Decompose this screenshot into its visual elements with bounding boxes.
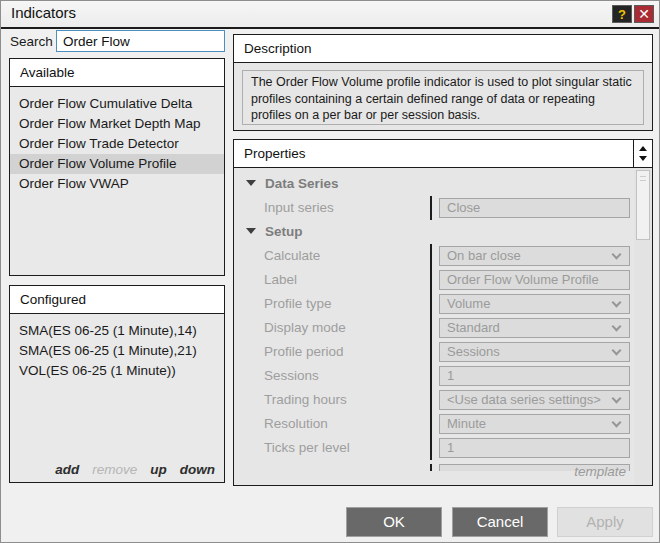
property-label: Trading hours: [264, 388, 347, 412]
field-value: Standard: [447, 320, 500, 335]
property-row-data-series[interactable]: Data Series: [234, 172, 634, 196]
property-row-ticks-per-level: Ticks per level1: [234, 436, 634, 460]
grid-splitter: [430, 364, 432, 388]
field-value: Minute: [447, 416, 486, 431]
resolution-field[interactable]: Minute: [439, 414, 630, 434]
configured-actions: addremoveupdown: [42, 462, 215, 477]
description-panel: Description The Order Flow Volume profil…: [233, 34, 653, 131]
search-label: Search: [10, 34, 53, 49]
sessions-field[interactable]: 1: [439, 366, 630, 386]
scroll-down-icon[interactable]: [639, 156, 647, 161]
property-label: Display mode: [264, 316, 346, 340]
properties-panel: Properties Data SeriesInput seriesCloseS…: [233, 139, 653, 486]
collapse-triangle-icon: [246, 180, 256, 186]
property-row-calculate: CalculateOn bar close: [234, 244, 634, 268]
property-row-profile-type: Profile typeVolume: [234, 292, 634, 316]
calculate-field[interactable]: On bar close: [439, 246, 630, 266]
chevron-down-icon: [612, 418, 622, 428]
collapse-triangle-icon: [246, 228, 256, 234]
available-header: Available: [10, 59, 224, 87]
chevron-down-icon: [612, 250, 622, 260]
help-icon: ?: [618, 7, 626, 22]
cancel-button[interactable]: Cancel: [452, 507, 548, 537]
grid-splitter: [430, 268, 432, 292]
field-value: Sessions: [447, 344, 500, 359]
available-item-order-flow-vwap[interactable]: Order Flow VWAP: [10, 174, 224, 194]
properties-scrollbar[interactable]: [634, 168, 652, 485]
scrollbar-thumb[interactable]: [636, 170, 650, 240]
available-item-order-flow-trade-detector[interactable]: Order Flow Trade Detector: [10, 134, 224, 154]
profile-type-field[interactable]: Volume: [439, 294, 630, 314]
close-icon: ✕: [638, 6, 650, 22]
grid-splitter: [430, 388, 432, 412]
property-grid: Data SeriesInput seriesCloseSetupCalcula…: [234, 172, 634, 460]
description-text: The Order Flow Volume profile indicator …: [242, 70, 644, 125]
properties-body: Data SeriesInput seriesCloseSetupCalcula…: [234, 168, 652, 485]
available-item-order-flow-volume-profile[interactable]: Order Flow Volume Profile: [10, 154, 224, 174]
ticks-per-level-field[interactable]: 1: [439, 438, 630, 458]
chevron-down-icon: [612, 322, 622, 332]
chevron-down-icon: [612, 346, 622, 356]
field-value: Order Flow Volume Profile: [447, 272, 599, 287]
scrollbar-grip-icon: [640, 176, 646, 181]
field-value: Close: [447, 200, 480, 215]
properties-header: Properties: [234, 140, 652, 168]
property-label: Resolution: [264, 412, 328, 436]
category-label: Data Series: [265, 176, 339, 191]
indicators-dialog: Indicators ? ✕ Search Available Order Fl…: [0, 0, 660, 543]
chevron-down-icon: [612, 394, 622, 404]
field-value: 1: [447, 440, 454, 455]
available-panel: Available Order Flow Cumulative DeltaOrd…: [9, 58, 225, 276]
property-row-display-mode: Display modeStandard: [234, 316, 634, 340]
trading-hours-field[interactable]: <Use data series settings>: [439, 390, 630, 410]
label-field[interactable]: Order Flow Volume Profile: [439, 270, 630, 290]
up-link[interactable]: up: [150, 462, 167, 477]
configured-list[interactable]: SMA(ES 06-25 (1 Minute),14)SMA(ES 06-25 …: [10, 314, 224, 482]
help-button[interactable]: ?: [612, 5, 632, 23]
grid-splitter: [430, 244, 432, 268]
available-item-order-flow-market-depth-map[interactable]: Order Flow Market Depth Map: [10, 114, 224, 134]
grid-splitter: [430, 436, 432, 460]
property-row-sessions: Sessions1: [234, 364, 634, 388]
template-link[interactable]: template: [574, 464, 626, 479]
profile-period-field[interactable]: Sessions: [439, 342, 630, 362]
search-input[interactable]: [56, 30, 225, 52]
grid-splitter: [430, 340, 432, 364]
field-value: On bar close: [447, 248, 521, 263]
add-link[interactable]: add: [55, 462, 79, 477]
configured-item[interactable]: SMA(ES 06-25 (1 Minute),14): [10, 321, 224, 341]
property-row-trading-hours: Trading hours<Use data series settings>: [234, 388, 634, 412]
field-value: 1: [447, 368, 454, 383]
title-bar: Indicators ? ✕: [1, 1, 659, 29]
grid-splitter: [430, 196, 432, 220]
chevron-down-icon: [612, 298, 622, 308]
property-row-setup[interactable]: Setup: [234, 220, 634, 244]
property-label: Label: [264, 268, 297, 292]
configured-panel: Configured SMA(ES 06-25 (1 Minute),14)SM…: [9, 285, 225, 483]
property-label: Profile type: [264, 292, 332, 316]
ok-button[interactable]: OK: [346, 507, 442, 537]
scroll-arrows: [633, 140, 652, 167]
grid-splitter: [430, 316, 432, 340]
available-list[interactable]: Order Flow Cumulative DeltaOrder Flow Ma…: [10, 87, 224, 275]
display-mode-field[interactable]: Standard: [439, 318, 630, 338]
property-label: Input series: [264, 196, 334, 220]
grid-splitter: [430, 412, 432, 436]
property-label: Sessions: [264, 364, 319, 388]
available-item-order-flow-cumulative-delta[interactable]: Order Flow Cumulative Delta: [10, 94, 224, 114]
field-value: <Use data series settings>: [447, 392, 601, 407]
scroll-up-icon[interactable]: [639, 146, 647, 151]
configured-item[interactable]: VOL(ES 06-25 (1 Minute)): [10, 361, 224, 381]
property-label: Ticks per level: [264, 436, 350, 460]
apply-button[interactable]: Apply: [557, 507, 653, 537]
field-value: Volume: [447, 296, 490, 311]
property-row-input-series: Input seriesClose: [234, 196, 634, 220]
property-row-profile-period: Profile periodSessions: [234, 340, 634, 364]
remove-link[interactable]: remove: [92, 462, 137, 477]
grid-splitter: [430, 292, 432, 316]
property-label: Profile period: [264, 340, 344, 364]
close-button[interactable]: ✕: [634, 5, 654, 23]
input-series-field[interactable]: Close: [439, 198, 630, 218]
down-link[interactable]: down: [180, 462, 215, 477]
configured-item[interactable]: SMA(ES 06-25 (1 Minute),21): [10, 341, 224, 361]
